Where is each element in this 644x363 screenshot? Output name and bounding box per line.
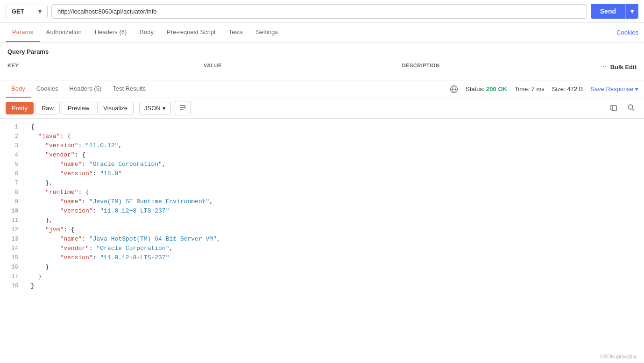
size-value: 472 B — [567, 85, 583, 93]
method-select[interactable]: GET ▾ — [6, 5, 48, 18]
search-icon — [627, 104, 635, 111]
table-row: "name": "Java HotSpot(TM) 64-Bit Server … — [31, 235, 637, 244]
format-select[interactable]: JSON ▾ — [139, 102, 171, 114]
send-dropdown-icon[interactable]: ▾ — [626, 4, 638, 19]
url-input[interactable] — [51, 4, 587, 19]
table-row: }, — [31, 178, 637, 188]
send-button[interactable]: Send ▾ — [591, 4, 638, 19]
tab-authorization[interactable]: Authorization — [40, 23, 88, 42]
status-label: Status: 200 OK — [466, 85, 507, 93]
globe-icon[interactable] — [450, 85, 458, 93]
tab-params[interactable]: Params — [6, 23, 40, 42]
url-bar: GET ▾ Send ▾ — [0, 0, 644, 23]
table-row: }, — [31, 216, 637, 225]
svg-rect-6 — [612, 106, 616, 111]
save-response-label: Save Response — [590, 85, 633, 93]
view-visualize-button[interactable]: Visualize — [97, 102, 134, 114]
tab-settings[interactable]: Settings — [249, 23, 284, 42]
tab-headers[interactable]: Headers (6) — [88, 23, 134, 42]
params-actions: ··· Bulk Edit — [600, 63, 637, 71]
table-row: } — [31, 281, 637, 291]
col-key-label: KEY — [7, 63, 204, 71]
wrap-button[interactable] — [175, 101, 191, 115]
table-row: "jvm": { — [31, 225, 637, 235]
table-row: "name": "Java(TM) SE Runtime Environment… — [31, 197, 637, 206]
table-row: "version": "18.9" — [31, 169, 637, 178]
table-row: "java": { — [31, 132, 637, 141]
method-label: GET — [12, 8, 24, 15]
tab-tests[interactable]: Tests — [222, 23, 249, 42]
save-response-chevron-icon: ▾ — [635, 85, 638, 93]
table-row: "version": "11.0.12+8-LTS-237" — [31, 253, 637, 263]
response-toolbar: Pretty Raw Preview Visualize JSON ▾ — [0, 98, 644, 119]
table-row: "version": "11.0.12", — [31, 141, 637, 150]
status-value: 200 OK — [486, 85, 507, 93]
table-row: "runtime": { — [31, 188, 637, 197]
col-desc-label: DESCRIPTION — [402, 63, 601, 71]
wrap-icon — [179, 104, 186, 111]
query-params-title: Query Params — [7, 48, 637, 55]
response-tabs: Body Cookies Headers (5) Test Results St… — [0, 80, 644, 98]
table-row: } — [31, 263, 637, 272]
resp-tab-cookies[interactable]: Cookies — [31, 80, 64, 98]
time-label: Time: 7 ms — [515, 85, 545, 93]
bulk-edit-button[interactable]: Bulk Edit — [610, 64, 637, 71]
time-value: 7 ms — [531, 85, 545, 93]
col-value-label: VALUE — [204, 63, 402, 71]
cookies-link[interactable]: Cookies — [616, 29, 638, 36]
request-tabs: Params Authorization Headers (6) Body Pr… — [0, 23, 644, 43]
more-options-icon[interactable]: ··· — [600, 63, 606, 71]
credit-text: CSDN @ljw@lq — [600, 354, 637, 359]
line-numbers: 123456789101112131415161718 — [0, 119, 23, 306]
tab-prerequest[interactable]: Pre-request Script — [160, 23, 222, 42]
send-label: Send — [591, 4, 626, 19]
resp-tab-testresults[interactable]: Test Results — [107, 80, 151, 98]
params-table: KEY VALUE DESCRIPTION ··· Bulk Edit — [7, 60, 637, 74]
resp-tab-body[interactable]: Body — [6, 80, 31, 98]
table-row: "version": "11.0.12+8-LTS-237" — [31, 206, 637, 216]
method-chevron-icon: ▾ — [38, 8, 42, 15]
table-row: "vendor": { — [31, 150, 637, 160]
table-row: } — [31, 272, 637, 281]
save-response-button[interactable]: Save Response ▾ — [590, 85, 638, 93]
view-raw-button[interactable]: Raw — [35, 102, 60, 114]
size-label: Size: 472 B — [552, 85, 583, 93]
format-label: JSON — [144, 105, 161, 112]
resp-status: Status: 200 OK Time: 7 ms Size: 472 B Sa… — [450, 85, 638, 93]
table-row: "name": "Oracle Corporation", — [31, 160, 637, 169]
table-row: "vendor": "Oracle Corporation", — [31, 244, 637, 253]
code-container: 123456789101112131415161718 { "java": { … — [0, 119, 644, 306]
code-content: { "java": { "version": "11.0.12", "vendo… — [23, 119, 644, 306]
svg-point-7 — [628, 105, 633, 109]
search-button[interactable] — [623, 101, 638, 115]
view-pretty-button[interactable]: Pretty — [6, 102, 34, 114]
format-chevron-icon: ▾ — [163, 105, 166, 112]
resp-tab-headers[interactable]: Headers (5) — [64, 80, 107, 98]
copy-button[interactable] — [607, 101, 622, 115]
table-row: { — [31, 122, 637, 132]
params-header-row: KEY VALUE DESCRIPTION ··· Bulk Edit — [7, 60, 637, 74]
tab-body[interactable]: Body — [133, 23, 160, 42]
copy-icon — [610, 104, 618, 111]
view-preview-button[interactable]: Preview — [62, 102, 95, 114]
query-params-section: Query Params KEY VALUE DESCRIPTION ··· B… — [0, 43, 644, 80]
svg-line-8 — [632, 109, 634, 111]
